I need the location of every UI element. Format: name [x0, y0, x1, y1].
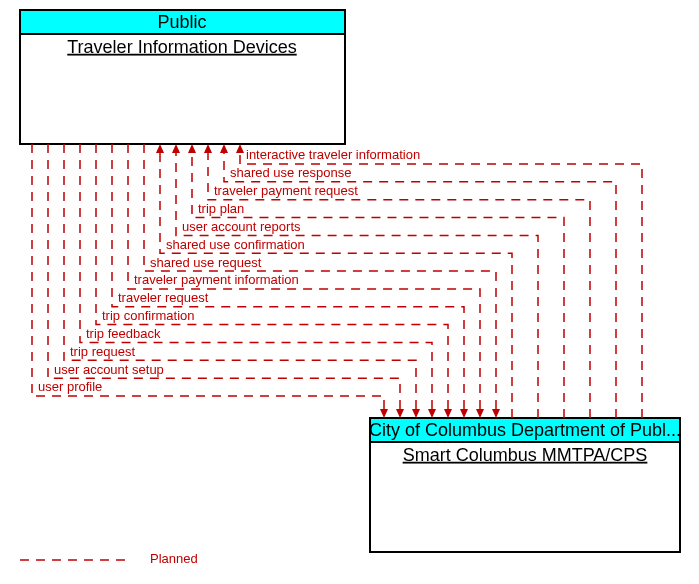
flow-label: shared use request: [150, 255, 262, 270]
svg-marker-12: [412, 409, 420, 418]
flow-label: user account reports: [182, 219, 301, 234]
flow-label: traveler payment information: [134, 272, 299, 287]
flow-label: trip feedback: [86, 326, 161, 341]
svg-marker-14: [444, 409, 452, 418]
flow-label: trip confirmation: [102, 308, 194, 323]
top-entity-box: Public Traveler Information Devices: [20, 10, 345, 144]
svg-marker-17: [492, 409, 500, 418]
flow-label: shared use confirmation: [166, 237, 305, 252]
flow-label: user account setup: [54, 362, 164, 377]
svg-marker-15: [460, 409, 468, 418]
svg-marker-7: [204, 144, 212, 153]
legend-label: Planned: [150, 551, 198, 566]
bottom-entity-name: Smart Columbus MMTPA/CPS: [403, 445, 648, 465]
svg-marker-5: [172, 144, 180, 153]
flow-label: traveler request: [118, 290, 209, 305]
legend: Planned: [20, 551, 198, 566]
bottom-entity-box: City of Columbus Department of Publ... S…: [369, 418, 681, 552]
svg-marker-13: [428, 409, 436, 418]
svg-marker-4: [156, 144, 164, 153]
flow-label: user profile: [38, 379, 102, 394]
flow-label: trip plan: [198, 201, 244, 216]
flow-label: shared use response: [230, 165, 351, 180]
architecture-diagram: Public Traveler Information Devices City…: [0, 0, 699, 584]
flow-label: traveler payment request: [214, 183, 358, 198]
flow-lines: shared use confirmationuser account repo…: [32, 144, 642, 418]
flow-label: interactive traveler information: [246, 147, 420, 162]
flow-label: trip request: [70, 344, 135, 359]
svg-marker-8: [220, 144, 228, 153]
top-entity-owner: Public: [157, 12, 206, 32]
top-entity-name: Traveler Information Devices: [67, 37, 296, 57]
svg-marker-11: [396, 409, 404, 418]
bottom-entity-owner: City of Columbus Department of Publ...: [369, 420, 681, 440]
svg-marker-16: [476, 409, 484, 418]
svg-marker-6: [188, 144, 196, 153]
svg-marker-10: [380, 409, 388, 418]
svg-marker-9: [236, 144, 244, 153]
